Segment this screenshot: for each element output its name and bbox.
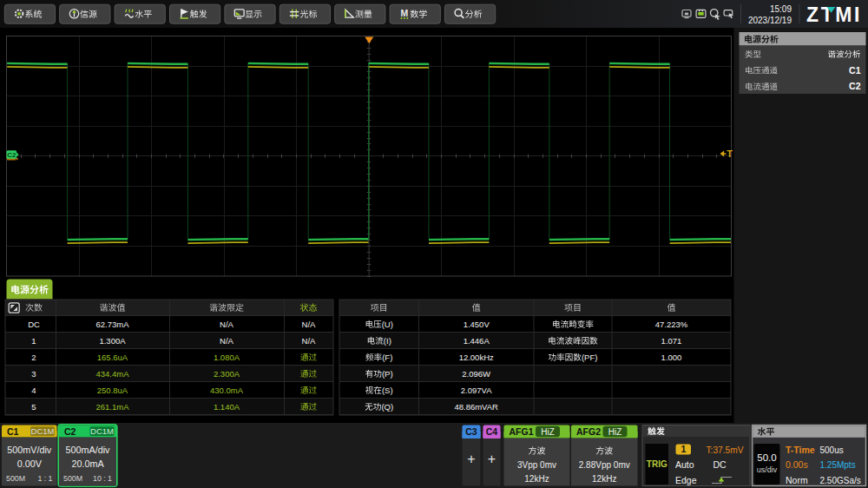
svg-text:HiZ: HiZ [541, 427, 555, 437]
svg-text:T:37.5mV: T:37.5mV [707, 445, 744, 455]
svg-text:C3: C3 [465, 426, 477, 437]
svg-text:2: 2 [31, 353, 36, 362]
svg-text:2.096W: 2.096W [462, 369, 490, 379]
svg-text:(U): (U) [382, 320, 393, 329]
svg-text:1.446A: 1.446A [464, 336, 490, 346]
svg-text:1.25Mpts: 1.25Mpts [820, 460, 856, 470]
svg-text:DC1M: DC1M [90, 426, 114, 436]
svg-text:C1: C1 [849, 65, 861, 76]
svg-text:250.8uA: 250.8uA [97, 386, 128, 395]
svg-text:(I): (I) [384, 336, 391, 346]
svg-text:430.0mA: 430.0mA [210, 386, 244, 395]
svg-text:Edge: Edge [675, 475, 697, 485]
svg-text:1.450V: 1.450V [464, 320, 490, 329]
svg-text:+: + [488, 452, 496, 466]
svg-text:500M: 500M [6, 474, 25, 483]
svg-text:5: 5 [31, 402, 36, 412]
svg-text:0.00s: 0.00s [786, 459, 808, 470]
svg-text:2023/12/19: 2023/12/19 [748, 16, 792, 25]
svg-text:(Q): (Q) [381, 402, 393, 412]
svg-text:1: 1 [31, 336, 36, 346]
svg-text:N/A: N/A [220, 336, 234, 346]
svg-text:C4: C4 [486, 426, 498, 437]
svg-text:N/A: N/A [220, 320, 234, 329]
svg-text:(P): (P) [382, 369, 393, 379]
svg-text:Auto: Auto [675, 459, 694, 470]
svg-text:2.300A: 2.300A [214, 369, 240, 379]
svg-text:+: + [467, 452, 475, 466]
svg-text:12kHz: 12kHz [592, 474, 616, 484]
svg-text:1.140A: 1.140A [214, 402, 240, 412]
svg-text:TRIG: TRIG [647, 459, 667, 469]
svg-text:20.0mA: 20.0mA [71, 458, 104, 469]
svg-text:1 : 1: 1 : 1 [37, 474, 52, 483]
svg-text:HiZ: HiZ [608, 427, 622, 437]
svg-text:Norm: Norm [786, 475, 808, 485]
svg-text:12kHz: 12kHz [524, 474, 549, 484]
svg-text:500M: 500M [63, 474, 82, 483]
svg-text:2.097VA: 2.097VA [461, 386, 492, 395]
svg-text:500mV/div: 500mV/div [7, 445, 52, 455]
svg-text:(S): (S) [382, 386, 393, 395]
svg-text:50.0: 50.0 [757, 452, 776, 463]
svg-text:12.00kHz: 12.00kHz [459, 353, 494, 362]
svg-text:C2: C2 [849, 81, 861, 91]
svg-text:2.88Vpp 0mv: 2.88Vpp 0mv [579, 460, 630, 470]
svg-text:47.223%: 47.223% [655, 320, 688, 329]
svg-text:N/A: N/A [302, 320, 317, 329]
svg-text:(F): (F) [382, 353, 392, 362]
svg-text:62.73mA: 62.73mA [95, 320, 129, 329]
svg-text:1.071: 1.071 [661, 336, 682, 346]
svg-text:1: 1 [681, 444, 686, 454]
svg-text:DC: DC [28, 320, 40, 329]
svg-text:500us: 500us [820, 445, 844, 455]
svg-text:AFG1: AFG1 [510, 426, 534, 437]
svg-text:C2: C2 [64, 426, 76, 437]
svg-text:10 : 1: 10 : 1 [93, 474, 112, 483]
svg-text:1.000: 1.000 [661, 353, 682, 362]
svg-text:N/A: N/A [302, 336, 317, 346]
svg-text:C2: C2 [7, 151, 16, 159]
svg-text:1.080A: 1.080A [214, 353, 240, 362]
svg-text:T: T [727, 148, 733, 159]
svg-text:434.4mA: 434.4mA [95, 369, 129, 379]
svg-text:M: M [401, 8, 409, 18]
svg-text:4: 4 [31, 386, 36, 395]
svg-text:0.00V: 0.00V [17, 458, 43, 469]
svg-text:ZTMI: ZTMI [806, 3, 862, 26]
svg-text:3: 3 [31, 369, 36, 379]
svg-text:2.50GSa/s: 2.50GSa/s [820, 476, 861, 485]
svg-text:261.1mA: 261.1mA [95, 402, 129, 412]
svg-text:T-Time: T-Time [786, 445, 815, 455]
svg-text:500mA/div: 500mA/div [65, 445, 110, 455]
svg-text:48.86mVAR: 48.86mVAR [454, 402, 498, 412]
svg-text:15:09: 15:09 [770, 4, 792, 14]
svg-text:us/div: us/div [757, 465, 778, 474]
svg-text:3Vpp 0mv: 3Vpp 0mv [517, 460, 556, 470]
svg-text:DC: DC [713, 459, 727, 470]
svg-text:DC1M: DC1M [31, 426, 55, 436]
svg-text:AFG2: AFG2 [576, 426, 601, 437]
svg-text:C1: C1 [7, 426, 19, 437]
svg-text:165.6uA: 165.6uA [97, 353, 128, 362]
svg-text:(PF): (PF) [582, 353, 598, 362]
svg-text:1.300A: 1.300A [99, 336, 126, 346]
